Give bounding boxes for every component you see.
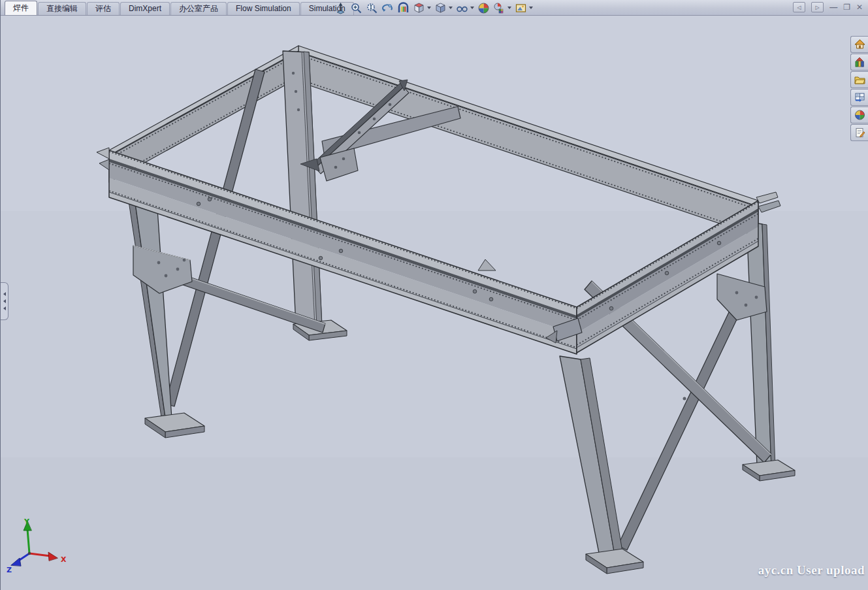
command-manager-bar: 焊件 直接编辑 评估 DimXpert 办公室产品 Flow Simulatio… [1,0,868,16]
heads-up-view-toolbar [334,1,534,15]
tab-flow-simulation[interactable]: Flow Simulation [227,2,300,15]
zoom-in-out-icon[interactable] [365,1,379,15]
hide-show-items-dropdown[interactable] [470,7,474,9]
file-explorer-icon[interactable] [850,71,868,88]
tab-direct-editing[interactable]: 直接编辑 [38,2,86,15]
solidworks-window: 焊件 直接编辑 评估 DimXpert 办公室产品 Flow Simulatio… [0,0,868,590]
view-settings-icon[interactable] [514,1,528,15]
pane-toggle-left-button[interactable]: ◁ [793,2,805,12]
collapse-arrow-icon [3,306,6,310]
tab-office-products[interactable]: 办公室产品 [170,2,227,15]
triad-x-label: X [61,555,67,564]
view-settings-dropdown[interactable] [529,7,533,9]
tab-dimxpert[interactable]: DimXpert [120,2,170,15]
collapse-arrow-icon [3,299,6,303]
apply-scene-icon[interactable] [477,1,490,15]
zoom-to-area-icon[interactable] [349,1,363,15]
close-button[interactable]: ✕ [856,3,863,12]
pane-toggle-right-button[interactable]: ▷ [811,2,824,12]
feature-panel-collapse-tab[interactable] [1,282,8,320]
collapse-arrow-icon [3,292,6,296]
appearances-scenes-icon[interactable] [850,107,868,123]
graphics-viewport[interactable] [1,0,868,590]
tab-evaluate[interactable]: 评估 [87,2,120,15]
custom-properties-icon[interactable] [850,124,868,141]
display-style-icon[interactable] [434,1,447,15]
restore-button[interactable]: ❐ [843,3,850,12]
command-manager-tabs: 焊件 直接编辑 评估 DimXpert 办公室产品 Flow Simulatio… [5,0,355,15]
reference-triad: Y X Z [6,516,71,575]
view-palette-icon[interactable] [850,89,868,106]
rotate-view-icon[interactable] [381,1,394,15]
window-controls: ◁ ▷ — ❐ ✕ [793,2,863,12]
edit-appearance-dropdown[interactable] [507,7,511,9]
view-orientation-icon[interactable] [412,1,426,15]
hide-show-items-icon[interactable] [455,1,469,15]
design-library-icon[interactable] [850,54,868,71]
watermark-text: ayc.cn User upload [758,563,865,578]
view-orientation-dropdown[interactable] [427,7,431,9]
minimize-button[interactable]: — [829,3,837,12]
task-pane-tabs [850,36,868,141]
display-style-dropdown[interactable] [449,7,453,9]
triad-z-label: Z [7,566,12,574]
edit-appearance-icon[interactable] [492,1,506,15]
section-view-icon[interactable] [396,1,410,15]
solidworks-resources-home-icon[interactable] [850,36,868,53]
triad-y-label: Y [24,517,30,526]
tab-weldments[interactable]: 焊件 [5,1,37,15]
zoom-to-fit-icon[interactable] [334,1,347,15]
